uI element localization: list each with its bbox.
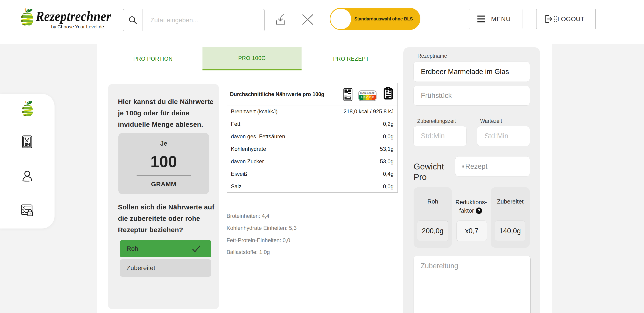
svg-text:A: A — [360, 96, 363, 99]
svg-text:NUTRI-SCORE: NUTRI-SCORE — [360, 92, 374, 94]
svg-text:?: ? — [478, 208, 480, 213]
svg-text:Rezeptrechner: Rezeptrechner — [36, 9, 111, 24]
svg-text:C: C — [366, 96, 368, 99]
svg-text:E: E — [372, 96, 374, 99]
svg-text:D: D — [369, 96, 371, 99]
svg-text:by Choose Your Level.de: by Choose Your Level.de — [51, 24, 104, 29]
svg-text:B: B — [363, 96, 366, 99]
